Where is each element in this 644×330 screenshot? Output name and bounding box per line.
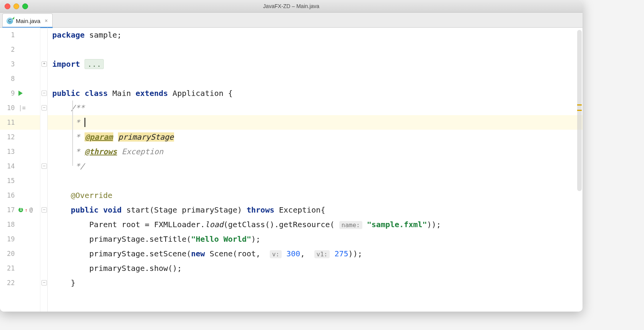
at-icon: @ — [29, 203, 33, 217]
param-hint-v: v: — [270, 250, 282, 258]
warning-marker[interactable] — [577, 104, 582, 106]
run-gutter-icon[interactable] — [18, 91, 23, 96]
line-number: 22 — [0, 276, 17, 290]
line-number: 3 — [0, 57, 17, 71]
fold-fence — [40, 28, 48, 312]
line-number: 1 — [0, 28, 17, 42]
fold-collapse-icon[interactable] — [41, 207, 47, 213]
window-titlebar[interactable]: JavaFX-ZD – Main.java — [0, 0, 583, 13]
line-number: 15 — [0, 173, 17, 188]
fold-collapse-icon[interactable] — [41, 91, 47, 96]
line-number: 17 — [0, 203, 17, 217]
line-number: 20 — [0, 246, 17, 261]
window-title: JavaFX-ZD – Main.java — [0, 3, 583, 9]
line-number: 18 — [0, 217, 17, 232]
fold-collapse-icon[interactable] — [41, 105, 47, 111]
java-class-icon: C — [7, 18, 13, 24]
close-window-button[interactable] — [5, 3, 10, 9]
line-number: 12 — [0, 130, 17, 144]
doc-stripe — [72, 101, 73, 166]
line-number: 13 — [0, 144, 17, 159]
fold-expand-icon[interactable] — [41, 61, 47, 67]
line-number: 19 — [0, 232, 17, 246]
editor: 1 2 3 8 9 10|≡ 11 12 13 14 15 16 17↑@ 18… — [0, 28, 583, 312]
tab-main-java[interactable]: C Main.java × — [2, 13, 53, 28]
minimize-window-button[interactable] — [13, 3, 19, 9]
override-gutter-icon[interactable] — [18, 208, 23, 212]
folded-imports[interactable]: ... — [85, 59, 104, 69]
text-caret — [85, 118, 85, 127]
editor-tabbar: C Main.java × — [0, 13, 583, 28]
code-area[interactable]: package sample; import ... public class … — [48, 28, 583, 312]
line-number: 11 — [0, 115, 17, 130]
gutter[interactable]: 1 2 3 8 9 10|≡ 11 12 13 14 15 16 17↑@ 18… — [0, 28, 40, 312]
line-number: 16 — [0, 188, 17, 203]
ide-window: JavaFX-ZD – Main.java C Main.java × 1 2 … — [0, 0, 583, 312]
zoom-window-button[interactable] — [22, 3, 28, 9]
param-hint-v1: v1: — [314, 250, 330, 258]
line-number: 14 — [0, 159, 17, 173]
tab-label: Main.java — [16, 18, 40, 24]
line-number: 21 — [0, 261, 17, 276]
line-number: 10 — [0, 101, 17, 115]
error-stripe[interactable] — [576, 28, 583, 312]
fold-collapse-icon[interactable] — [41, 163, 47, 169]
warning-marker[interactable] — [577, 110, 582, 111]
up-arrow-icon: ↑ — [25, 208, 28, 213]
param-hint-name: name: — [339, 221, 362, 229]
line-number: 9 — [0, 86, 17, 101]
line-number: 2 — [0, 42, 17, 57]
fold-collapse-icon[interactable] — [41, 280, 47, 285]
line-number: 8 — [0, 71, 17, 86]
javadoc-gutter-icon: |≡ — [18, 101, 25, 115]
window-controls — [0, 3, 28, 9]
close-tab-icon[interactable]: × — [45, 18, 48, 24]
